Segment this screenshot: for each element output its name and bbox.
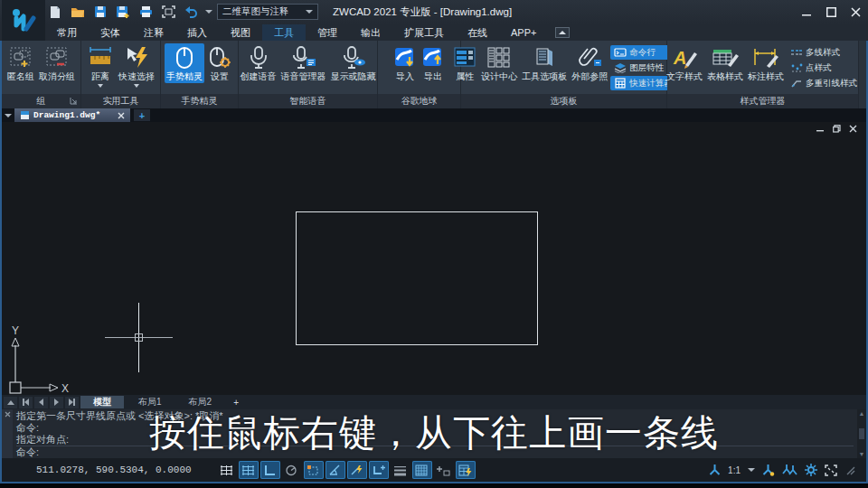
ungroup-button[interactable]: 取消分组 (37, 43, 77, 83)
scroll-thumb[interactable] (859, 428, 864, 439)
tab-layout2[interactable]: 布局2 (176, 396, 225, 408)
dynamic-ucs-toggle-icon[interactable] (369, 461, 389, 479)
prev-tab-icon[interactable] (34, 397, 48, 408)
hatch-display-toggle-icon[interactable] (412, 461, 432, 479)
annotation-scale-value[interactable]: 1:1 (728, 465, 741, 475)
minimize-button[interactable] (802, 7, 812, 17)
drawing-canvas[interactable]: Y X (2, 122, 866, 395)
tool-palettes-button[interactable]: 工具选项板 (520, 43, 569, 83)
anonymous-group-button[interactable]: 匿名组 (5, 43, 36, 83)
window-controls (802, 0, 861, 24)
dimension-style-button[interactable]: 标注样式 (746, 43, 786, 83)
undo-icon[interactable] (183, 4, 199, 20)
auto-annotation-icon[interactable] (782, 464, 797, 476)
polar-tracking-toggle-icon[interactable] (282, 461, 302, 479)
import-button[interactable]: 导入 (392, 43, 419, 83)
snap-tracking-toggle-icon[interactable] (347, 461, 367, 479)
document-tab-close-icon[interactable] (118, 112, 125, 119)
drawn-rectangle (296, 211, 538, 345)
layout-bar-expand-icon[interactable] (4, 397, 17, 408)
properties-button[interactable]: 属性 (451, 43, 478, 83)
tab-solid[interactable]: 实体 (89, 24, 132, 41)
text-style-button[interactable]: A 文字样式 (665, 43, 704, 83)
maximize-button[interactable] (826, 7, 836, 17)
gesture-settings-button[interactable]: 设置 (205, 43, 234, 83)
external-references-button[interactable]: 外部参照 (570, 43, 609, 83)
grid-toggle-icon[interactable] (239, 461, 259, 479)
command-scrollbar[interactable]: ▲ ▼ (857, 409, 866, 458)
first-tab-icon[interactable] (19, 397, 33, 408)
angle-snap-toggle-icon[interactable] (326, 461, 345, 479)
object-snap-toggle-icon[interactable] (304, 461, 324, 479)
resize-grip-icon[interactable] (844, 465, 855, 475)
mleader-style-button[interactable]: 多重引线样式 (787, 76, 861, 90)
tab-online[interactable]: 在线 (456, 24, 499, 41)
tab-output[interactable]: 输出 (349, 24, 392, 41)
print-icon[interactable] (137, 4, 154, 20)
tab-app-plus[interactable]: APP+ (499, 24, 548, 41)
distance-dropdown-icon[interactable] (98, 84, 103, 88)
tab-home[interactable]: 常用 (45, 24, 89, 41)
zwcad-logo-icon[interactable] (2, 0, 45, 41)
design-center-button[interactable]: 设计中心 (479, 43, 519, 83)
dialog-launcher-icon[interactable] (70, 97, 78, 105)
scroll-down-icon[interactable]: ▼ (859, 451, 865, 457)
undo-dropdown-icon[interactable] (205, 10, 212, 14)
create-voice-button[interactable]: 创建语音 (239, 43, 278, 83)
new-document-tab-button[interactable]: + (134, 109, 150, 121)
document-list-dropdown-icon[interactable] (2, 109, 14, 121)
tab-model[interactable]: 模型 (80, 396, 124, 408)
annotation-visibility-icon[interactable] (762, 464, 775, 476)
open-folder-icon[interactable] (70, 4, 86, 20)
save-icon[interactable] (92, 4, 108, 20)
workspace-selector[interactable]: 二维草图与注释 (217, 4, 318, 20)
dynamic-input-toggle-icon[interactable] (434, 461, 454, 479)
settings-gear-icon[interactable] (805, 464, 817, 476)
workspace-dropdown-icon (306, 10, 313, 14)
point-style-button[interactable]: 点样式 (787, 61, 861, 75)
ribbon-collapse-button[interactable] (555, 27, 570, 38)
last-tab-icon[interactable] (65, 397, 79, 408)
command-close-icon[interactable] (5, 411, 11, 418)
save-as-icon[interactable] (115, 4, 131, 20)
tab-express-tools[interactable]: 扩展工具 (392, 24, 456, 41)
voice-manager-button[interactable]: 语音管理器 (279, 43, 328, 83)
tab-annotate[interactable]: 注释 (132, 24, 175, 41)
voice-show-hide-button[interactable]: 显示或隐藏 (329, 43, 378, 83)
table-style-button[interactable]: 表格样式 (705, 43, 745, 83)
annotation-scale-icon[interactable] (709, 464, 721, 476)
button-label: 标注样式 (748, 71, 784, 82)
tab-manage[interactable]: 管理 (306, 24, 349, 41)
doc-close-button[interactable] (849, 125, 857, 133)
doc-minimize-button[interactable] (816, 125, 825, 133)
print-preview-icon[interactable] (160, 4, 176, 20)
next-tab-icon[interactable] (50, 397, 63, 408)
tab-tools[interactable]: 工具 (262, 24, 306, 41)
close-button[interactable] (851, 7, 861, 17)
scroll-up-icon[interactable]: ▲ (859, 410, 865, 417)
quick-select-dropdown-icon[interactable] (134, 84, 139, 88)
command-window-grip[interactable] (2, 409, 13, 458)
multiline-style-button[interactable]: 多线样式 (787, 45, 861, 60)
quick-properties-toggle-icon[interactable] (456, 461, 476, 479)
ortho-toggle-icon[interactable] (260, 461, 280, 479)
snap-toggle-icon[interactable] (217, 461, 237, 479)
tab-layout1[interactable]: 布局1 (126, 396, 175, 408)
add-layout-button[interactable]: + (226, 396, 246, 408)
button-label: 图层特性 (629, 62, 664, 74)
tab-view[interactable]: 视图 (219, 24, 262, 41)
ucs-icon: Y X (2, 325, 74, 398)
gesture-wizard-button[interactable]: 手势精灵 (165, 43, 204, 83)
mouse-gear-icon (207, 44, 232, 71)
window-bottom-edge (0, 482, 868, 488)
scale-dropdown-icon[interactable] (748, 468, 755, 472)
tab-insert[interactable]: 插入 (175, 24, 219, 41)
fullscreen-icon[interactable] (825, 465, 837, 476)
quick-select-button[interactable]: 快速选择 (117, 43, 156, 89)
doc-restore-button[interactable] (833, 125, 841, 133)
lineweight-toggle-icon[interactable] (391, 461, 410, 479)
document-tab-drawing1[interactable]: Drawing1.dwg* (14, 108, 130, 122)
export-button[interactable]: 导出 (420, 43, 447, 83)
distance-button[interactable]: 距离 (85, 43, 116, 89)
new-file-icon[interactable] (47, 4, 63, 20)
